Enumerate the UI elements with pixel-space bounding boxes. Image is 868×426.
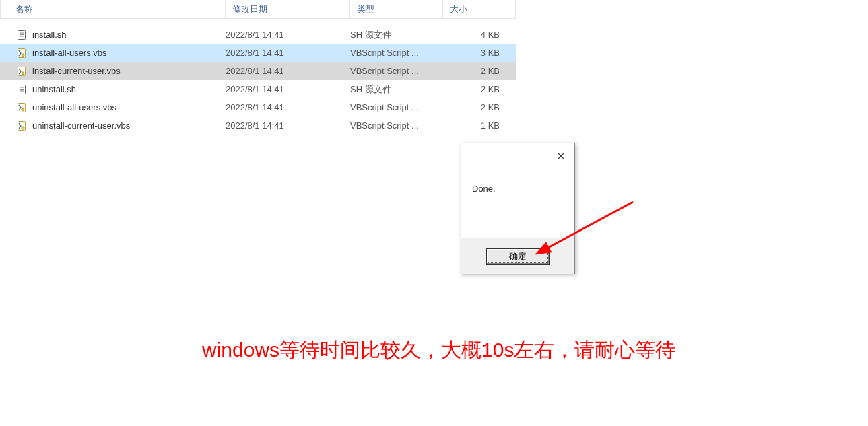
file-size: 2 KB	[443, 102, 508, 112]
text-file-icon	[15, 84, 28, 95]
column-headers: 名称 修改日期 类型 大小	[0, 0, 516, 19]
vbs-file-icon	[15, 120, 28, 131]
file-row[interactable]: install-all-users.vbs2022/8/1 14:41VBScr…	[0, 44, 516, 62]
file-name: install.sh	[28, 30, 226, 40]
svg-rect-12	[18, 103, 26, 112]
svg-rect-6	[18, 67, 26, 75]
column-type[interactable]: 类型	[350, 0, 443, 18]
text-file-icon	[16, 30, 27, 40]
file-date: 2022/8/1 14:41	[226, 102, 350, 112]
vbs-file-icon	[16, 120, 27, 131]
close-icon	[557, 152, 565, 160]
dialog-message: Done.	[461, 169, 574, 238]
vbs-file-icon	[15, 66, 28, 77]
file-size: 3 KB	[443, 48, 508, 58]
column-date[interactable]: 修改日期	[226, 0, 350, 18]
svg-point-15	[22, 127, 24, 129]
text-file-icon	[15, 30, 28, 40]
file-name: install-current-user.vbs	[28, 66, 226, 76]
vbs-file-icon	[16, 66, 27, 77]
file-name: uninstall-all-users.vbs	[28, 102, 226, 112]
file-type: SH 源文件	[350, 83, 443, 96]
file-name: uninstall.sh	[28, 84, 226, 94]
svg-rect-4	[18, 48, 26, 57]
ok-button[interactable]: 确定	[486, 248, 550, 265]
file-row[interactable]: uninstall.sh2022/8/1 14:41SH 源文件2 KB	[0, 80, 516, 98]
file-size: 2 KB	[443, 84, 508, 94]
file-type: VBScript Script ...	[350, 66, 443, 76]
file-date: 2022/8/1 14:41	[226, 30, 350, 40]
file-row[interactable]: install-current-user.vbs2022/8/1 14:41VB…	[0, 62, 516, 80]
file-name: uninstall-current-user.vbs	[28, 120, 226, 131]
vbs-file-icon	[16, 48, 27, 59]
file-size: 2 KB	[443, 66, 508, 76]
vbs-file-icon	[16, 102, 27, 113]
dialog-titlebar	[461, 143, 574, 169]
file-date: 2022/8/1 14:41	[226, 48, 350, 58]
file-size: 4 KB	[443, 30, 508, 40]
file-type: SH 源文件	[350, 29, 443, 41]
svg-point-5	[22, 54, 24, 57]
file-type: VBScript Script ...	[350, 102, 443, 112]
svg-point-13	[22, 108, 24, 111]
dialog-footer: 确定	[461, 238, 574, 274]
vbs-file-icon	[15, 48, 28, 59]
file-date: 2022/8/1 14:41	[226, 120, 350, 131]
file-date: 2022/8/1 14:41	[226, 84, 350, 94]
file-type: VBScript Script ...	[350, 48, 443, 58]
file-type: VBScript Script ...	[350, 120, 443, 131]
file-row[interactable]: uninstall-all-users.vbs2022/8/1 14:41VBS…	[0, 98, 516, 116]
file-row[interactable]: install.sh2022/8/1 14:41SH 源文件4 KB	[0, 26, 516, 44]
vbs-file-icon	[15, 102, 28, 113]
file-date: 2022/8/1 14:41	[226, 66, 350, 76]
file-list: 名称 修改日期 类型 大小 install.sh2022/8/1 14:41SH…	[0, 0, 516, 135]
file-name: install-all-users.vbs	[28, 48, 226, 58]
svg-point-7	[22, 72, 24, 75]
message-dialog: Done. 确定	[461, 143, 575, 274]
file-size: 1 KB	[443, 120, 508, 131]
file-row[interactable]: uninstall-current-user.vbs2022/8/1 14:41…	[0, 116, 516, 135]
column-size[interactable]: 大小	[443, 0, 516, 18]
annotation-caption: windows等待时间比较久，大概10s左右，请耐心等待	[202, 336, 675, 364]
text-file-icon	[16, 84, 27, 95]
svg-rect-14	[18, 121, 26, 130]
column-name[interactable]: 名称	[0, 0, 226, 18]
close-button[interactable]	[547, 144, 574, 168]
